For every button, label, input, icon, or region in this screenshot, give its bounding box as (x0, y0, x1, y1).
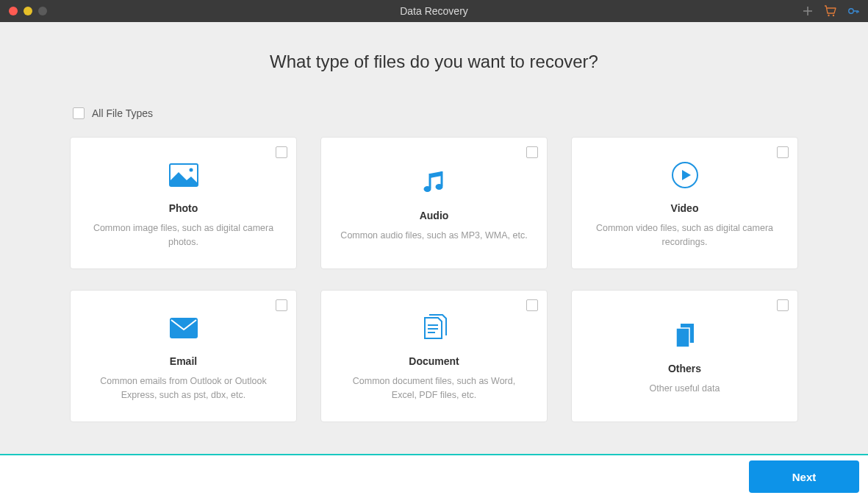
audio-icon (421, 164, 448, 201)
titlebar-actions (802, 5, 859, 17)
svg-point-0 (828, 15, 829, 16)
card-video-desc: Common video files, such as digital came… (591, 221, 778, 249)
card-document-checkbox[interactable] (526, 299, 538, 311)
minimize-window-button[interactable] (24, 7, 32, 15)
others-icon (670, 317, 700, 354)
titlebar: Data Recovery (0, 0, 868, 22)
page-heading: What type of files do you want to recove… (70, 51, 798, 72)
all-file-types-checkbox[interactable] (73, 107, 85, 119)
card-email-desc: Common emails from Outlook or Outlook Ex… (90, 374, 277, 402)
card-others-desc: Other useful data (650, 382, 720, 396)
card-email-checkbox[interactable] (276, 299, 287, 311)
close-window-button[interactable] (9, 7, 18, 15)
card-audio[interactable]: Audio Common audio files, such as MP3, W… (320, 137, 548, 269)
key-icon[interactable] (847, 5, 859, 17)
card-audio-title: Audio (420, 210, 449, 221)
card-document-title: Document (409, 355, 459, 367)
card-photo-checkbox[interactable] (276, 146, 287, 158)
svg-point-4 (189, 168, 193, 172)
card-others-title: Others (668, 363, 701, 374)
svg-rect-8 (170, 318, 198, 338)
add-icon[interactable] (802, 5, 814, 17)
card-photo[interactable]: Photo Common image files, such as digita… (70, 137, 297, 269)
document-icon (420, 310, 448, 346)
card-email[interactable]: Email Common emails from Outlook or Outl… (70, 290, 297, 422)
video-icon (671, 157, 699, 193)
card-photo-desc: Common image files, such as digital came… (90, 221, 277, 249)
email-icon (169, 310, 198, 346)
main-content: What type of files do you want to recove… (0, 22, 868, 422)
window-title: Data Recovery (400, 5, 468, 17)
all-file-types-label: All File Types (92, 107, 153, 119)
card-audio-desc: Common audio files, such as MP3, WMA, et… (340, 229, 527, 243)
card-video-checkbox[interactable] (777, 146, 789, 158)
svg-point-6 (435, 184, 442, 190)
window-controls (9, 7, 47, 15)
card-photo-title: Photo (169, 202, 198, 214)
card-document[interactable]: Document Common document files, such as … (320, 290, 548, 422)
card-audio-checkbox[interactable] (526, 146, 538, 158)
svg-point-1 (833, 15, 834, 16)
card-others[interactable]: Others Other useful data (571, 290, 798, 422)
maximize-window-button[interactable] (38, 7, 47, 15)
card-email-title: Email (170, 355, 197, 367)
card-document-desc: Common document files, such as Word, Exc… (340, 374, 528, 402)
svg-point-5 (423, 186, 431, 192)
all-file-types-row[interactable]: All File Types (70, 107, 798, 119)
file-type-grid: Photo Common image files, such as digita… (70, 137, 798, 422)
card-video[interactable]: Video Common video files, such as digita… (571, 137, 798, 269)
card-video-title: Video (671, 202, 699, 214)
next-button[interactable]: Next (749, 460, 859, 493)
card-others-checkbox[interactable] (777, 299, 789, 311)
svg-point-2 (849, 9, 853, 13)
cart-icon[interactable] (824, 5, 837, 17)
footer: Next (0, 454, 868, 498)
photo-icon (169, 157, 198, 193)
